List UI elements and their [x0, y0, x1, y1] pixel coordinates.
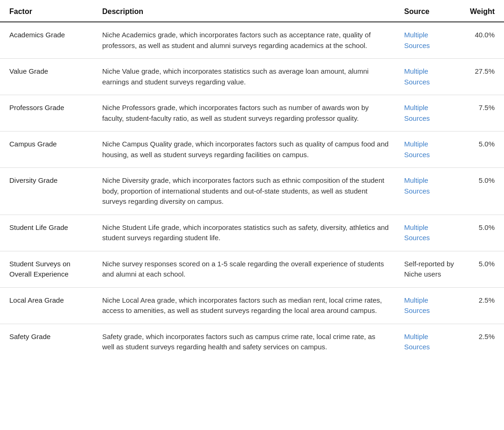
- weight-cell: 40.0%: [462, 22, 504, 59]
- factor-cell: Safety Grade: [0, 324, 95, 360]
- table-row: Student Surveys on Overall ExperienceNic…: [0, 251, 504, 287]
- description-cell: Niche Diversity grade, which incorporate…: [95, 168, 397, 215]
- source-link[interactable]: Multiple Sources: [404, 333, 430, 351]
- factor-cell: Student Surveys on Overall Experience: [0, 251, 95, 287]
- table-row: Local Area GradeNiche Local Area grade, …: [0, 287, 504, 324]
- factor-cell: Local Area Grade: [0, 287, 95, 324]
- table-row: Student Life GradeNiche Student Life gra…: [0, 215, 504, 251]
- header-source: Source: [397, 0, 462, 22]
- description-cell: Niche Student Life grade, which incorpor…: [95, 215, 397, 251]
- description-cell: Niche Academics grade, which incorporate…: [95, 22, 397, 59]
- weight-cell: 5.0%: [462, 215, 504, 251]
- source-link[interactable]: Multiple Sources: [404, 31, 430, 49]
- description-cell: Niche Campus Quality grade, which incorp…: [95, 132, 397, 168]
- table-row: Campus GradeNiche Campus Quality grade, …: [0, 132, 504, 168]
- table-header-row: Factor Description Source Weight: [0, 0, 504, 22]
- factor-cell: Student Life Grade: [0, 215, 95, 251]
- factors-table: Factor Description Source Weight Academi…: [0, 0, 504, 360]
- table-row: Academics GradeNiche Academics grade, wh…: [0, 22, 504, 59]
- source-cell[interactable]: Multiple Sources: [397, 59, 462, 95]
- description-cell: Safety grade, which incorporates factors…: [95, 324, 397, 360]
- weight-cell: 27.5%: [462, 59, 504, 95]
- factor-cell: Academics Grade: [0, 22, 95, 59]
- source-cell[interactable]: Multiple Sources: [397, 22, 462, 59]
- weight-cell: 5.0%: [462, 168, 504, 215]
- factor-cell: Campus Grade: [0, 132, 95, 168]
- source-cell[interactable]: Multiple Sources: [397, 168, 462, 215]
- description-cell: Niche survey responses scored on a 1-5 s…: [95, 251, 397, 287]
- table-row: Safety GradeSafety grade, which incorpor…: [0, 324, 504, 360]
- table-container: Factor Description Source Weight Academi…: [0, 0, 504, 430]
- source-link[interactable]: Multiple Sources: [404, 176, 430, 195]
- factor-cell: Diversity Grade: [0, 168, 95, 215]
- table-row: Diversity GradeNiche Diversity grade, wh…: [0, 168, 504, 215]
- weight-cell: 7.5%: [462, 95, 504, 132]
- weight-cell: 2.5%: [462, 287, 504, 324]
- source-cell[interactable]: Multiple Sources: [397, 132, 462, 168]
- header-description: Description: [95, 0, 397, 22]
- source-cell[interactable]: Multiple Sources: [397, 287, 462, 324]
- description-cell: Niche Value grade, which incorporates st…: [95, 59, 397, 95]
- source-cell[interactable]: Multiple Sources: [397, 215, 462, 251]
- header-weight: Weight: [462, 0, 504, 22]
- source-link[interactable]: Multiple Sources: [404, 67, 430, 86]
- description-cell: Niche Professors grade, which incorporat…: [95, 95, 397, 132]
- source-cell[interactable]: Multiple Sources: [397, 95, 462, 132]
- description-cell: Niche Local Area grade, which incorporat…: [95, 287, 397, 324]
- source-link[interactable]: Multiple Sources: [404, 140, 430, 159]
- factor-cell: Value Grade: [0, 59, 95, 95]
- weight-cell: 2.5%: [462, 324, 504, 360]
- source-link[interactable]: Multiple Sources: [404, 223, 430, 242]
- weight-cell: 5.0%: [462, 251, 504, 287]
- header-factor: Factor: [0, 0, 95, 22]
- source-link[interactable]: Multiple Sources: [404, 296, 430, 315]
- weight-cell: 5.0%: [462, 132, 504, 168]
- table-row: Professors GradeNiche Professors grade, …: [0, 95, 504, 132]
- factor-cell: Professors Grade: [0, 95, 95, 132]
- source-cell: Self-reported by Niche users: [397, 251, 462, 287]
- source-cell[interactable]: Multiple Sources: [397, 324, 462, 360]
- source-link[interactable]: Multiple Sources: [404, 104, 430, 122]
- table-row: Value GradeNiche Value grade, which inco…: [0, 59, 504, 95]
